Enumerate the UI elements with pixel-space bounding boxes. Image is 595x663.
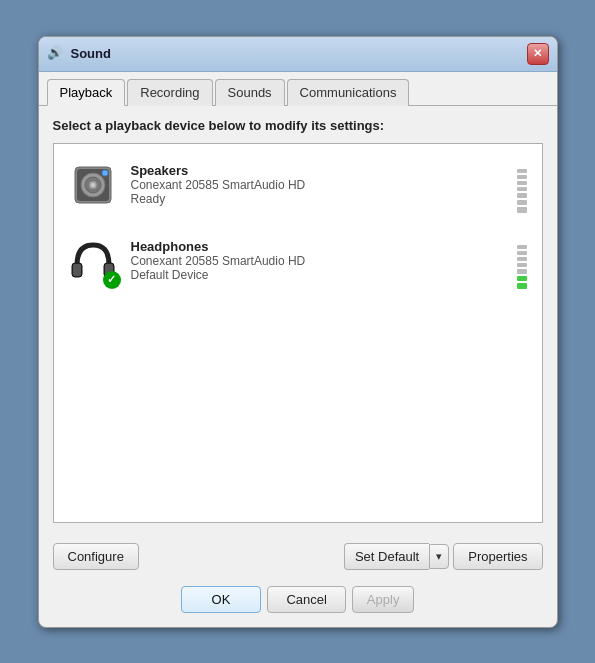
headphones-name: Headphones — [131, 239, 511, 254]
device-actions-row: Configure Set Default ▾ Properties — [39, 535, 557, 580]
device-list: Speakers Conexant 20585 SmartAudio HD Re… — [53, 143, 543, 523]
level-bar — [517, 193, 527, 198]
headphones-driver: Conexant 20585 SmartAudio HD — [131, 254, 511, 268]
properties-button[interactable]: Properties — [453, 543, 542, 570]
tab-bar: Playback Recording Sounds Communications — [39, 72, 557, 106]
device-item-headphones[interactable]: ✓ Headphones Conexant 20585 SmartAudio H… — [58, 224, 538, 298]
level-bar — [517, 200, 527, 205]
close-button[interactable]: ✕ — [527, 43, 549, 65]
level-bar — [517, 245, 527, 249]
sound-icon: 🔊 — [47, 45, 65, 63]
level-bar — [517, 175, 527, 179]
default-badge: ✓ — [103, 271, 121, 289]
tab-sounds[interactable]: Sounds — [215, 79, 285, 106]
apply-button[interactable]: Apply — [352, 586, 415, 613]
speakers-info: Speakers Conexant 20585 SmartAudio HD Re… — [131, 163, 511, 206]
window-title: Sound — [71, 46, 111, 61]
tab-recording[interactable]: Recording — [127, 79, 212, 106]
level-bar-active — [517, 276, 527, 281]
tab-playback[interactable]: Playback — [47, 79, 126, 106]
set-default-button[interactable]: Set Default — [344, 543, 429, 570]
sound-dialog: 🔊 Sound ✕ Playback Recording Sounds Comm… — [38, 36, 558, 628]
content-area: Select a playback device below to modify… — [39, 106, 557, 535]
headphones-icon-container: ✓ — [65, 233, 121, 289]
speakers-icon-container — [65, 157, 121, 213]
set-default-dropdown[interactable]: ▾ — [429, 544, 449, 569]
title-bar-left: 🔊 Sound — [47, 45, 111, 63]
level-bar — [517, 251, 527, 255]
title-bar: 🔊 Sound ✕ — [39, 37, 557, 72]
configure-button[interactable]: Configure — [53, 543, 139, 570]
level-bar — [517, 257, 527, 261]
level-bar — [517, 269, 527, 274]
ok-button[interactable]: OK — [181, 586, 262, 613]
level-bar — [517, 187, 527, 191]
svg-point-6 — [102, 170, 108, 176]
level-bar — [517, 207, 527, 213]
level-bar-active — [517, 283, 527, 289]
device-item-speakers[interactable]: Speakers Conexant 20585 SmartAudio HD Re… — [58, 148, 538, 222]
speakers-svg — [67, 159, 119, 211]
headphones-status: Default Device — [131, 268, 511, 282]
speakers-name: Speakers — [131, 163, 511, 178]
speakers-level-meter — [517, 157, 531, 213]
level-bar — [517, 263, 527, 267]
headphones-level-meter — [517, 233, 531, 289]
action-row: OK Cancel Apply — [39, 580, 557, 627]
speakers-status: Ready — [131, 192, 511, 206]
svg-rect-9 — [73, 264, 81, 276]
tab-communications[interactable]: Communications — [287, 79, 410, 106]
speakers-driver: Conexant 20585 SmartAudio HD — [131, 178, 511, 192]
level-bar — [517, 181, 527, 185]
instruction-text: Select a playback device below to modify… — [53, 118, 543, 133]
level-bar — [517, 169, 527, 173]
svg-point-5 — [91, 183, 95, 187]
set-default-group: Set Default ▾ — [344, 543, 449, 570]
headphones-info: Headphones Conexant 20585 SmartAudio HD … — [131, 239, 511, 282]
cancel-button[interactable]: Cancel — [267, 586, 345, 613]
